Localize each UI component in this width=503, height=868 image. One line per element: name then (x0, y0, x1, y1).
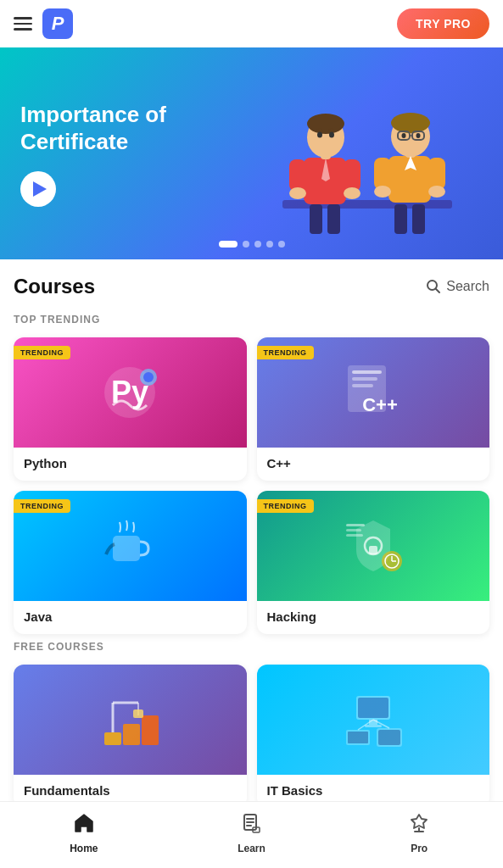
svg-point-17 (391, 113, 430, 133)
nav-learn[interactable]: Learn (168, 812, 336, 854)
nav-learn-label: Learn (238, 843, 265, 854)
courses-title: Courses (14, 275, 95, 298)
hero-banner: Importance of Certificate (0, 47, 503, 259)
cpp-trending-badge: TRENDING (257, 346, 314, 359)
hacking-course-name: Hacking (257, 601, 490, 634)
try-pro-button[interactable]: TRY PRO (397, 8, 489, 39)
cpp-course-name: C++ (257, 448, 490, 481)
main-content: Courses Search TOP TRENDING Py (0, 259, 503, 868)
svg-rect-46 (346, 534, 363, 537)
svg-rect-63 (348, 732, 368, 743)
hacking-trending-badge: TRENDING (257, 499, 314, 513)
bottom-nav: Home Learn Pro (0, 801, 503, 868)
course-card-python[interactable]: Py TRENDING Python (14, 337, 247, 481)
logo: P (42, 8, 73, 39)
svg-rect-12 (310, 204, 322, 234)
courses-header: Courses Search (14, 259, 489, 307)
svg-point-21 (402, 133, 406, 138)
search-icon (426, 279, 441, 294)
svg-point-27 (428, 186, 445, 198)
svg-rect-29 (412, 204, 425, 234)
free-courses-label: FREE COURSES (14, 641, 489, 653)
svg-point-22 (416, 133, 421, 138)
svg-point-35 (143, 372, 154, 382)
banner-title: Importance of Certificate (20, 101, 166, 156)
svg-rect-13 (327, 204, 340, 234)
svg-rect-57 (133, 709, 143, 718)
svg-point-26 (374, 186, 391, 198)
svg-rect-51 (104, 732, 121, 745)
banner-dots (219, 241, 285, 248)
play-icon (33, 181, 47, 197)
header-left: P (14, 8, 73, 39)
svg-rect-38 (352, 377, 377, 381)
logo-icon: P (42, 8, 73, 39)
svg-rect-24 (374, 158, 391, 190)
dot-1[interactable] (219, 241, 238, 248)
nav-home[interactable]: Home (0, 812, 168, 854)
banner-illustration (232, 56, 503, 259)
svg-rect-25 (428, 158, 445, 190)
svg-point-5 (317, 132, 322, 138)
course-card-java-img: TRENDING (14, 491, 247, 601)
course-card-fundamentals[interactable]: Fundamentals (14, 665, 247, 808)
banner-text: Importance of Certificate (20, 101, 166, 207)
fund-bg (14, 665, 247, 775)
svg-rect-28 (394, 204, 407, 234)
itbasics-bg (257, 665, 490, 775)
svg-rect-37 (352, 370, 382, 374)
course-card-python-img: Py TRENDING (14, 337, 247, 448)
top-trending-label: TOP TRENDING (14, 314, 489, 326)
svg-rect-61 (365, 725, 382, 727)
learn-icon (241, 812, 263, 839)
course-card-hacking[interactable]: TRENDING Hacking (257, 491, 490, 634)
svg-rect-65 (378, 730, 400, 745)
course-card-java[interactable]: TRENDING Java (14, 491, 247, 634)
python-course-name: Python (14, 448, 247, 481)
svg-point-10 (289, 187, 306, 199)
nav-home-label: Home (70, 843, 98, 854)
svg-point-4 (307, 114, 344, 134)
svg-text:C++: C++ (362, 394, 398, 415)
svg-rect-8 (289, 159, 306, 192)
svg-rect-9 (344, 159, 360, 192)
app-header: P TRY PRO (0, 0, 503, 47)
svg-point-11 (344, 187, 360, 199)
svg-rect-53 (142, 715, 159, 745)
home-icon (73, 812, 95, 839)
svg-line-31 (436, 289, 440, 293)
dot-4[interactable] (266, 241, 273, 248)
svg-rect-44 (346, 524, 365, 526)
hamburger-button[interactable] (14, 17, 32, 31)
python-trending-badge: TRENDING (14, 346, 70, 359)
svg-rect-52 (123, 724, 140, 745)
course-card-fundamentals-img (14, 665, 247, 775)
search-button[interactable]: Search (426, 279, 489, 294)
svg-rect-59 (358, 698, 388, 718)
dot-3[interactable] (254, 241, 261, 248)
course-card-hacking-img: TRENDING (257, 491, 490, 601)
svg-point-6 (329, 132, 334, 138)
nav-pro[interactable]: Pro (335, 812, 503, 854)
trending-grid: Py TRENDING Python (14, 337, 489, 634)
svg-rect-41 (113, 536, 140, 561)
search-label: Search (446, 279, 489, 294)
dot-2[interactable] (243, 241, 249, 248)
course-card-itbasics-img (257, 665, 490, 775)
course-card-cpp-img: C++ TRENDING (257, 337, 490, 448)
pro-icon (408, 812, 430, 839)
java-trending-badge: TRENDING (14, 499, 70, 513)
svg-rect-43 (369, 546, 377, 554)
play-button[interactable] (20, 171, 56, 207)
svg-rect-39 (352, 384, 373, 387)
dot-5[interactable] (278, 241, 285, 248)
course-card-cpp[interactable]: C++ TRENDING C++ (257, 337, 490, 481)
nav-pro-label: Pro (411, 843, 428, 854)
svg-rect-45 (346, 529, 361, 531)
course-card-itbasics[interactable]: IT Basics (257, 665, 490, 808)
java-course-name: Java (14, 601, 247, 634)
